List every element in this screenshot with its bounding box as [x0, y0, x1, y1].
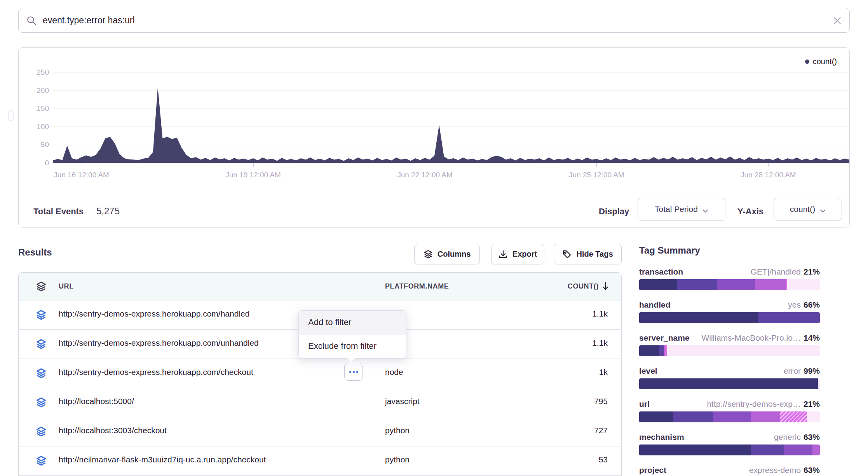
tag-summary-item: transaction GET|/handled21%: [639, 267, 820, 300]
platform-cell: node: [385, 368, 403, 377]
hide-tags-button[interactable]: Hide Tags: [554, 244, 622, 264]
count-cell: 1.1k: [592, 309, 608, 318]
clear-search-icon[interactable]: [832, 16, 842, 26]
tag-distribution-bar[interactable]: [639, 444, 820, 455]
search-bar[interactable]: event.type:error has:url: [18, 8, 850, 33]
tag-top-value: http://sentry-demos-exp…: [707, 399, 801, 408]
hide-tags-button-label: Hide Tags: [576, 250, 613, 259]
tag-top-value: express-demo: [749, 466, 801, 474]
x-axis-tick-label: Jun 16 12:00 AM: [35, 171, 128, 179]
y-axis-tick: 0: [19, 159, 49, 167]
menu-item-add-to-filter[interactable]: Add to filter: [299, 311, 406, 334]
tag-distribution-bar[interactable]: [639, 345, 820, 356]
arrow-down-icon[interactable]: [601, 281, 610, 291]
url-cell[interactable]: http://localhost:3003/checkout: [59, 426, 167, 435]
export-button-label: Export: [512, 250, 537, 259]
tag-list: transaction GET|/handled21% handled yes6…: [639, 267, 820, 476]
url-cell[interactable]: http://localhost:5000/: [59, 397, 134, 406]
tag-percent: 21%: [804, 399, 820, 408]
divider: [19, 195, 849, 195]
tag-name: server_name: [639, 333, 690, 343]
tag-bar-segment: [780, 411, 807, 422]
x-axis-tick-mark: [425, 163, 425, 167]
platform-cell: python: [385, 455, 410, 464]
column-header-platform[interactable]: PLATFORM.NAME: [385, 282, 449, 290]
tag-distribution-bar[interactable]: [639, 378, 820, 389]
count-cell: 53: [599, 455, 608, 464]
tag-name: handled: [639, 300, 671, 310]
display-dropdown-value: Total Period: [655, 205, 698, 214]
tag-bar-segment: [751, 411, 780, 422]
tag-top-value: error: [784, 366, 801, 375]
chart-legend[interactable]: count(): [805, 57, 837, 66]
legend-label: count(): [813, 57, 837, 66]
tag-bar-segment: [667, 345, 820, 356]
y-axis-tick: 200: [19, 86, 49, 95]
yaxis-dropdown[interactable]: count(): [774, 198, 842, 220]
tag-bar-segment: [673, 411, 713, 422]
tag-bar-segment: [713, 411, 751, 422]
event-count-area-chart[interactable]: [53, 72, 849, 164]
layers-icon: [36, 426, 47, 437]
x-axis-tick-label: Jun 19 12:00 AM: [207, 171, 300, 179]
display-dropdown[interactable]: Total Period: [638, 198, 725, 220]
tag-distribution-bar[interactable]: [639, 279, 820, 290]
y-axis-tick: 100: [19, 122, 49, 131]
tag-bar-segment: [639, 345, 659, 356]
table-row[interactable]: http://localhost:3003/checkout python 72…: [19, 417, 621, 446]
tag-bar-segment: [639, 279, 677, 290]
table-row[interactable]: http://localhost:5000/ javascript 795: [19, 388, 621, 417]
tag-distribution-bar[interactable]: [639, 312, 820, 323]
tag-summary-item: server_name Williams-MacBook-Pro.lo…14%: [639, 333, 820, 366]
tag-percent: 99%: [804, 366, 820, 375]
download-icon: [498, 250, 508, 259]
tag-summary-item: mechanism generic63%: [639, 432, 820, 466]
table-row[interactable]: http://sentry-demos-express.herokuapp.co…: [19, 359, 621, 388]
tag-percent: 21%: [804, 267, 820, 276]
y-axis-tick: 50: [19, 140, 49, 149]
yaxis-dropdown-value: count(): [790, 205, 815, 214]
tag-distribution-bar[interactable]: [639, 411, 820, 422]
x-axis-tick-label: Jun 22 12:00 AM: [378, 171, 471, 179]
tag-bar-segment: [717, 279, 755, 290]
yaxis-label: Y-Axis: [737, 206, 763, 217]
total-events-label: Total Events: [33, 206, 84, 217]
table-row[interactable]: http://neilmanvar-flask-m3uuizd7iq-uc.a.…: [19, 446, 621, 476]
events-chart-card: count() 050100150200250 Jun 16 12:00 AMJ…: [18, 47, 850, 228]
tag-summary-item: level error99%: [639, 366, 820, 399]
tag-bar-segment: [639, 444, 751, 455]
column-header-count[interactable]: COUNT(): [568, 282, 599, 290]
tag-bar-segment: [787, 279, 820, 290]
layers-icon: [36, 339, 47, 350]
tag-summary-panel: Tag Summary transaction GET|/handled21% …: [639, 245, 820, 476]
tag-name: transaction: [639, 267, 683, 276]
tag-icon: [562, 250, 572, 259]
resize-handle[interactable]: [8, 110, 14, 121]
url-cell[interactable]: http://neilmanvar-flask-m3uuizd7iq-uc.a.…: [59, 455, 266, 464]
tag-bar-segment: [807, 411, 820, 422]
layers-icon: [36, 281, 47, 292]
tag-top-value: Williams-MacBook-Pro.lo…: [701, 333, 801, 342]
tag-bar-segment: [812, 444, 820, 455]
url-cell[interactable]: http://sentry-demos-express.herokuapp.co…: [59, 309, 249, 318]
tag-bar-segment: [818, 378, 820, 389]
y-axis-tick: 250: [19, 68, 49, 77]
tag-summary-item: url http://sentry-demos-exp…21%: [639, 399, 820, 432]
columns-button[interactable]: Columns: [414, 244, 480, 264]
x-axis-tick-mark: [82, 163, 82, 167]
column-header-url[interactable]: URL: [59, 282, 74, 290]
x-axis-line: [53, 163, 849, 163]
x-axis-tick-label: Jun 25 12:00 AM: [550, 171, 643, 179]
search-query[interactable]: event.type:error has:url: [43, 15, 135, 26]
y-axis-tick: 150: [19, 104, 49, 113]
tag-bar-segment: [659, 345, 664, 356]
url-cell[interactable]: http://sentry-demos-express.herokuapp.co…: [59, 368, 253, 377]
url-cell[interactable]: http://sentry-demos-express.herokuapp.co…: [59, 338, 259, 348]
chevron-down-icon: [820, 206, 826, 212]
tag-percent: 63%: [804, 466, 820, 474]
tag-name: mechanism: [639, 432, 684, 442]
export-button[interactable]: Export: [491, 244, 544, 264]
results-heading: Results: [18, 247, 52, 258]
layers-icon: [36, 310, 47, 320]
row-actions-ellipsis-button[interactable]: [344, 363, 363, 381]
